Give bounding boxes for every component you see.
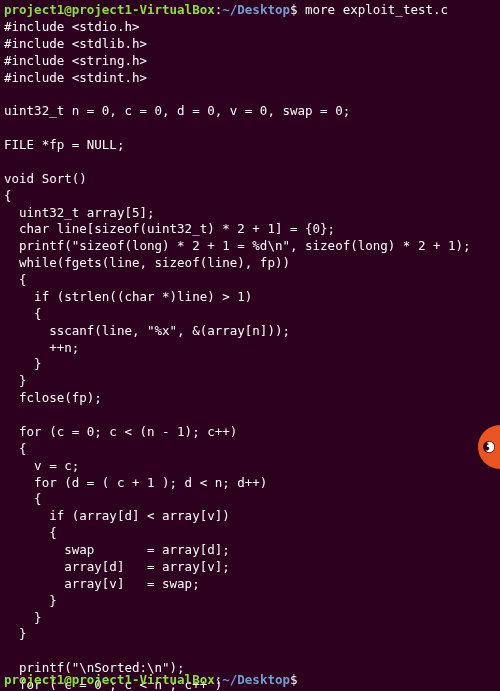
code-line: uint32_t n = 0, c = 0, d = 0, v = 0, swa… bbox=[4, 103, 350, 118]
prompt-path: ~/Desktop bbox=[222, 2, 290, 17]
code-line: swap = array[d]; bbox=[4, 542, 230, 557]
code-line: uint32_t array[5]; bbox=[4, 205, 155, 220]
code-line: FILE *fp = NULL; bbox=[4, 137, 124, 152]
code-line: printf("sizeof(long) * 2 + 1 = %d\n", si… bbox=[4, 238, 471, 253]
code-line: } bbox=[4, 356, 42, 371]
code-line: array[v] = swap; bbox=[4, 576, 200, 591]
terminal-output[interactable]: project1@project1-VirtualBox:~/Desktop$ … bbox=[4, 2, 496, 691]
code-line: char line[sizeof(uint32_t) * 2 + 1] = {0… bbox=[4, 221, 335, 236]
bottom-prompt: project1@project1-VirtualBox:~/Desktop$ bbox=[4, 672, 298, 689]
code-line: } bbox=[4, 373, 27, 388]
firefox-icon bbox=[481, 439, 497, 455]
code-line: fclose(fp); bbox=[4, 390, 102, 405]
code-line: } bbox=[4, 593, 57, 608]
code-line: v = c; bbox=[4, 458, 79, 473]
code-line: { bbox=[4, 188, 12, 203]
code-line: } bbox=[4, 610, 42, 625]
command-text: more exploit_test.c bbox=[305, 2, 448, 17]
code-line: { bbox=[4, 306, 42, 321]
code-line: #include <stdlib.h> bbox=[4, 36, 147, 51]
prompt-user-host-bottom: project1@project1-VirtualBox bbox=[4, 672, 215, 687]
prompt-user-host: project1@project1-VirtualBox bbox=[4, 2, 215, 17]
code-line: if (array[d] < array[v]) bbox=[4, 508, 230, 523]
code-line: for (c = 0; c < (n - 1); c++) bbox=[4, 424, 237, 439]
code-line: { bbox=[4, 525, 57, 540]
prompt-symbol: $ bbox=[290, 2, 298, 17]
code-line: #include <stdio.h> bbox=[4, 19, 139, 34]
code-line: void Sort() bbox=[4, 171, 87, 186]
code-line: { bbox=[4, 491, 42, 506]
code-line: } bbox=[4, 626, 27, 641]
code-line: { bbox=[4, 441, 27, 456]
code-line: sscanf(line, "%x", &(array[n])); bbox=[4, 323, 290, 338]
code-line: ++n; bbox=[4, 340, 79, 355]
code-line: { bbox=[4, 272, 27, 287]
code-line: #include <string.h> bbox=[4, 53, 147, 68]
code-line: array[d] = array[v]; bbox=[4, 559, 230, 574]
code-line: for (d = ( c + 1 ); d < n; d++) bbox=[4, 475, 267, 490]
code-line: if (strlen((char *)line) > 1) bbox=[4, 289, 252, 304]
code-line: #include <stdint.h> bbox=[4, 70, 147, 85]
code-line: while(fgets(line, sizeof(line), fp)) bbox=[4, 255, 290, 270]
